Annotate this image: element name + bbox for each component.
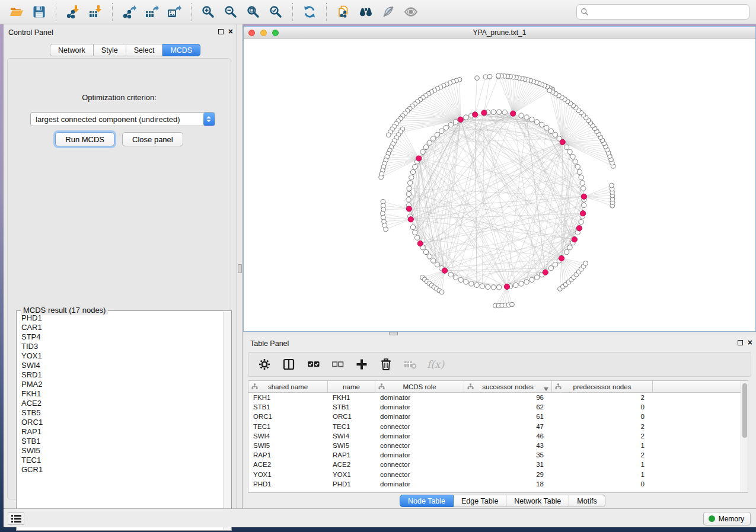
plus-icon[interactable] — [354, 357, 369, 372]
table-cell: PHD1 — [328, 479, 375, 489]
table-cell: 29 — [464, 470, 552, 479]
table-cell: 62 — [464, 402, 552, 412]
table-cell: RAP1 — [248, 450, 328, 460]
checked-boxes-icon[interactable] — [305, 357, 321, 372]
close-icon[interactable]: × — [748, 339, 752, 345]
table-row[interactable]: TEC1TEC1connector472 — [248, 422, 748, 431]
mcds-result-item[interactable]: GCR1 — [18, 465, 222, 475]
tab-style[interactable]: Style — [94, 44, 126, 56]
column-header-predecessor-nodes[interactable]: predecessor nodes — [552, 381, 653, 393]
table-cell: 18 — [464, 479, 552, 489]
mcds-result-item[interactable]: ACE2 — [18, 399, 222, 408]
trash-icon[interactable] — [378, 357, 394, 372]
binoculars-icon[interactable] — [357, 4, 375, 20]
mcds-result-item[interactable]: PHD1 — [18, 313, 222, 323]
mcds-result-item[interactable]: ORC1 — [18, 418, 222, 427]
open-folder-icon[interactable] — [8, 4, 25, 20]
save-session-icon[interactable] — [30, 4, 48, 20]
column-header-MCDS-role[interactable]: MCDS role — [375, 381, 464, 393]
column-header-shared-name[interactable]: shared name — [248, 381, 328, 393]
gear-icon[interactable] — [257, 357, 272, 372]
tab-mcds[interactable]: MCDS — [162, 44, 200, 56]
details-toggle-icon[interactable] — [379, 4, 397, 20]
table-cell: dominator — [375, 402, 464, 412]
mcds-result-item[interactable]: SWI4 — [18, 361, 222, 370]
close-panel-button[interactable]: Close panel — [122, 132, 183, 146]
table-row[interactable]: STB1STB1dominator620 — [248, 402, 748, 412]
table-cell: SWI4 — [328, 431, 375, 441]
table-row[interactable]: ACE2ACE2connector311 — [248, 460, 748, 469]
memory-button[interactable]: Memory — [703, 512, 751, 525]
export-network-icon[interactable] — [120, 4, 138, 20]
function-icon[interactable]: f(x) — [427, 357, 444, 372]
table-cell: ACE2 — [328, 460, 375, 469]
columns-icon[interactable] — [281, 357, 296, 372]
table-cell: dominator — [375, 431, 464, 441]
tab-node-table[interactable]: Node Table — [400, 495, 454, 507]
table-row[interactable]: YOX1YOX1connector291 — [248, 470, 748, 479]
column-header-name[interactable]: name — [328, 381, 375, 393]
table-scrollbar-thumb[interactable] — [742, 383, 747, 438]
select-stepper-icon — [203, 113, 215, 126]
mcds-result-item[interactable]: YOX1 — [18, 351, 222, 361]
mcds-result-item[interactable]: STB5 — [18, 408, 222, 418]
mcds-result-item[interactable]: TID3 — [18, 342, 222, 351]
table-row[interactable]: SWI5SWI5connector431 — [248, 441, 748, 450]
zoom-out-icon[interactable] — [222, 4, 240, 20]
table-row[interactable]: FKH1FKH1dominator962 — [248, 393, 748, 402]
tab-network[interactable]: Network — [50, 44, 94, 56]
criterion-select[interactable]: largest connected component (undirected) — [30, 112, 215, 126]
mcds-result-item[interactable]: STB1 — [18, 437, 222, 446]
table-scrollbar[interactable] — [741, 381, 748, 492]
export-image-icon[interactable] — [165, 4, 183, 20]
mcds-result-item[interactable]: CAR1 — [18, 323, 222, 332]
refresh-icon[interactable] — [301, 4, 318, 20]
optimization-criterion-label: Optimization criterion: — [8, 93, 231, 102]
mcds-result-item[interactable]: RAP1 — [18, 427, 222, 437]
search-input[interactable] — [591, 8, 745, 16]
zoom-selected-icon[interactable] — [267, 4, 285, 20]
list-menu-button[interactable] — [8, 512, 24, 525]
table-cell: 61 — [464, 412, 552, 421]
table-cell: TEC1 — [248, 422, 328, 431]
table-cell: SWI4 — [248, 431, 328, 441]
mcds-result-item[interactable]: STP4 — [18, 332, 222, 342]
mcds-result-item[interactable]: TEC1 — [18, 456, 222, 465]
zoom-fit-icon[interactable] — [244, 4, 262, 20]
mcds-list-scrollbar[interactable] — [223, 312, 231, 530]
unchecked-boxes-icon[interactable] — [330, 357, 345, 372]
table-cell: YOX1 — [328, 470, 375, 479]
network-canvas[interactable] — [244, 39, 755, 331]
close-icon[interactable]: × — [228, 28, 233, 34]
run-mcds-button[interactable]: Run MCDS — [55, 132, 114, 146]
status-bar: Memory — [4, 508, 756, 527]
mcds-result-item[interactable]: FKH1 — [18, 389, 222, 399]
table-cell: 31 — [464, 460, 552, 469]
float-icon[interactable] — [738, 340, 743, 345]
import-network-icon[interactable] — [64, 4, 82, 20]
mcds-result-item[interactable]: SRD1 — [18, 370, 222, 380]
criterion-value: largest connected component (undirected) — [31, 115, 203, 124]
table-row[interactable]: ORC1ORC1dominator610 — [248, 412, 748, 421]
table-row[interactable]: SWI4SWI4dominator462 — [248, 431, 748, 441]
table-cell: 46 — [464, 431, 552, 441]
float-icon[interactable] — [218, 29, 224, 34]
mcds-result-item[interactable]: PMA2 — [18, 380, 222, 389]
eye-icon[interactable] — [402, 4, 420, 20]
table-row[interactable]: RAP1RAP1dominator352 — [248, 450, 748, 460]
import-table-icon[interactable] — [87, 4, 104, 20]
search-icon — [580, 8, 589, 16]
mcds-result-item[interactable]: SWI5 — [18, 446, 222, 456]
tab-motifs[interactable]: Motifs — [569, 495, 605, 507]
table-row[interactable]: PHD1PHD1dominator180 — [248, 479, 748, 489]
clone-network-icon[interactable] — [334, 4, 352, 20]
tab-edge-table[interactable]: Edge Table — [454, 495, 506, 507]
column-header-successor-nodes[interactable]: successor nodes — [464, 381, 552, 393]
vertical-splitter-handle[interactable] — [238, 264, 242, 273]
table-cell: dominator — [375, 450, 464, 460]
tab-network-table[interactable]: Network Table — [506, 495, 569, 507]
tab-select[interactable]: Select — [126, 44, 163, 56]
export-table-icon[interactable] — [143, 4, 161, 20]
zoom-in-icon[interactable] — [199, 4, 217, 20]
grid-delete-icon[interactable] — [403, 357, 418, 372]
